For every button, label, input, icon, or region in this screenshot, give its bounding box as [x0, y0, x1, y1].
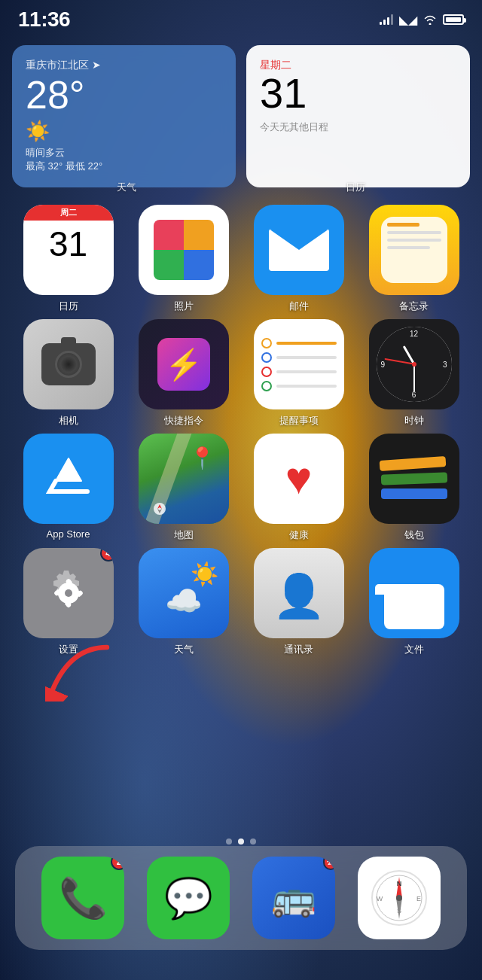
- dock-safari[interactable]: N S W E: [358, 857, 441, 939]
- app-camera[interactable]: 相机: [12, 319, 124, 428]
- svg-text:E: E: [416, 895, 421, 902]
- app-contacts-label: 通讯录: [284, 643, 313, 656]
- phone-icon: 📞: [59, 875, 108, 921]
- wallet-card-1: [379, 456, 446, 471]
- status-icons: ◣◢: [380, 13, 464, 27]
- calendar-event: 今天无其他日程: [260, 120, 456, 134]
- app-weather-2[interactable]: ☀️ ☁️ 天气: [127, 548, 239, 656]
- wallet-card-2: [380, 472, 447, 485]
- app-camera-label: 相机: [59, 414, 78, 428]
- app-calendar-label: 日历: [59, 300, 78, 313]
- page-dot-1[interactable]: [226, 838, 232, 845]
- svg-text:W: W: [377, 895, 383, 902]
- calendar-number: 31: [49, 227, 87, 261]
- dock-messages[interactable]: 💬: [147, 857, 230, 939]
- maps-pin: 📍: [189, 446, 215, 470]
- dock: 2 📞 💬 公 🚌 N S W E: [15, 846, 467, 950]
- app-photos[interactable]: 照片: [127, 205, 239, 313]
- photos-grid: [154, 220, 214, 280]
- page-dots: [0, 838, 482, 845]
- page-dot-2[interactable]: [238, 838, 244, 845]
- files-folder-tab: [375, 584, 405, 595]
- contacts-person-icon: 👤: [273, 575, 325, 617]
- app-reminders[interactable]: 提醒事项: [243, 319, 355, 428]
- app-shortcuts[interactable]: ⚡ 快捷指令: [127, 319, 239, 428]
- arrow-annotation: [45, 641, 120, 702]
- camera-body: [41, 343, 96, 385]
- weather-widget[interactable]: 重庆市江北区 ➤ 28° ☀️ 晴间多云 最高 32° 最低 22°: [12, 45, 236, 187]
- svg-text:S: S: [397, 907, 401, 915]
- app-weather-2-label: 天气: [174, 643, 194, 656]
- app-settings[interactable]: 4 设置: [12, 548, 124, 656]
- app-notes[interactable]: 备忘录: [358, 205, 470, 313]
- reminders-list: [254, 330, 344, 399]
- app-health-label: 健康: [289, 528, 309, 542]
- weather-temp: 28°: [26, 74, 222, 117]
- app-wallet-label: 钱包: [404, 528, 424, 542]
- app-clock-label: 时钟: [404, 414, 424, 428]
- weather-app-content: ☀️ ☁️: [139, 568, 229, 619]
- weather-widget-label: 天气: [12, 181, 241, 194]
- app-mail[interactable]: 邮件: [243, 205, 355, 313]
- app-contacts[interactable]: 👤 通讯录: [243, 548, 355, 656]
- svg-point-4: [65, 589, 72, 597]
- svg-point-22: [396, 895, 402, 901]
- calendar-header: 周二: [23, 205, 114, 221]
- health-heart-icon: ♥: [285, 456, 313, 501]
- weather-desc: 晴间多云 最高 32° 最低 22°: [26, 146, 222, 173]
- status-bar: 11:36 ◣◢: [0, 0, 482, 39]
- bus-icon: 🚌: [271, 877, 316, 919]
- app-files[interactable]: 文件: [358, 548, 470, 656]
- app-shortcuts-label: 快捷指令: [164, 414, 203, 428]
- wifi-icon: ◣◢: [399, 13, 417, 27]
- weather-city: 重庆市江北区 ➤: [26, 59, 222, 72]
- app-maps[interactable]: 📍 地图: [127, 434, 239, 542]
- app-reminders-label: 提醒事项: [279, 414, 319, 428]
- calendar-widget[interactable]: 星期二 31 今天无其他日程: [246, 45, 470, 187]
- notes-content: [381, 217, 447, 283]
- dock-bus[interactable]: 公 🚌: [252, 857, 335, 939]
- wifi-icon: [423, 14, 437, 25]
- app-appstore[interactable]: App Store: [12, 434, 124, 542]
- clock-face: 12 3 6 9: [377, 327, 452, 402]
- app-grid: 周二 31 日历 照片 邮件 备忘录: [12, 205, 470, 656]
- app-clock[interactable]: 12 3 6 9 时钟: [358, 319, 470, 428]
- widgets-area: 重庆市江北区 ➤ 28° ☀️ 晴间多云 最高 32° 最低 22° 星期二 3…: [12, 45, 470, 187]
- messages-icon: 💬: [164, 875, 213, 921]
- settings-gear-icon: [41, 566, 96, 620]
- app-calendar[interactable]: 周二 31 日历: [12, 205, 124, 313]
- app-files-label: 文件: [404, 643, 424, 656]
- weather-sun-icon: ☀️: [26, 120, 222, 143]
- app-maps-label: 地图: [174, 528, 194, 542]
- status-time: 11:36: [18, 8, 70, 32]
- bus-badge: 公: [323, 857, 335, 870]
- mail-icon-shape: [269, 229, 329, 271]
- app-mail-label: 邮件: [289, 300, 309, 313]
- safari-compass-icon: N S W E: [369, 868, 429, 928]
- calendar-widget-label: 日历: [241, 181, 470, 194]
- phone-badge: 2: [111, 857, 124, 870]
- calendar-day: 31: [260, 72, 456, 114]
- signal-icon: [380, 14, 393, 25]
- settings-badge: 4: [100, 548, 114, 562]
- app-wallet[interactable]: 钱包: [358, 434, 470, 542]
- shortcuts-shape: ⚡: [157, 338, 210, 391]
- widget-labels: 天气 日历: [12, 181, 470, 194]
- app-photos-label: 照片: [174, 300, 194, 313]
- page-dot-3[interactable]: [250, 838, 256, 845]
- maps-compass: [145, 501, 175, 516]
- svg-text:N: N: [397, 880, 402, 887]
- app-appstore-label: App Store: [47, 528, 90, 540]
- wallet-card-3: [381, 488, 447, 499]
- appstore-icon-svg: [42, 452, 95, 505]
- dock-phone[interactable]: 2 📞: [41, 857, 124, 939]
- app-notes-label: 备忘录: [399, 300, 429, 313]
- app-health[interactable]: ♥ 健康: [243, 434, 355, 542]
- battery-icon: [443, 14, 464, 25]
